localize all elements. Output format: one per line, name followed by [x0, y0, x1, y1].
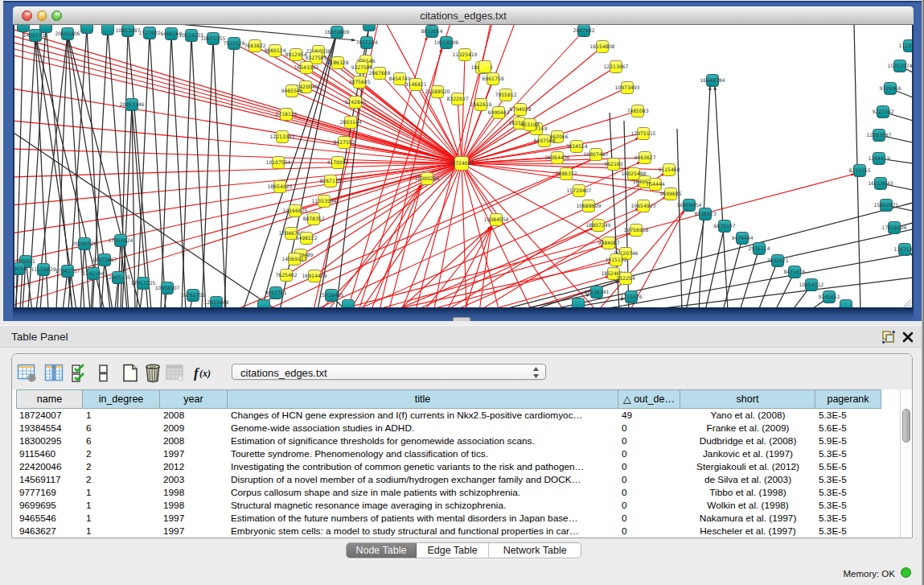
table-row[interactable]: 1872400712008Changes of HCN gene express… [16, 409, 901, 422]
table-row[interactable]: 2242004622012Investigating the contribut… [16, 460, 901, 473]
table-cell-in_degree: 1 [83, 500, 160, 511]
graph-node-label: 6497568 [533, 138, 555, 143]
graph-node[interactable] [573, 299, 585, 308]
graph-node-label: 453198 [520, 122, 539, 127]
table-cell-title: Disruption of a novel member of a sodium… [228, 474, 618, 485]
graph-edge [202, 39, 213, 307]
column-header-pagerank[interactable]: pagerank [815, 389, 881, 409]
table-panel-title: Table Panel [11, 331, 68, 343]
column-header-short[interactable]: short [680, 389, 815, 409]
match-rows-icon[interactable] [71, 363, 90, 383]
network-canvas[interactable]: 1405571220691406108532871527602646616010… [14, 25, 912, 307]
table-cell-in_degree: 2 [83, 474, 160, 485]
graph-node-label: 7886372 [555, 171, 577, 176]
graph-node-label: 8215955 [848, 167, 870, 173]
table-row[interactable]: 969969511998Structural magnetic resonanc… [16, 499, 901, 512]
graph-edge [462, 123, 519, 163]
column-select-icon[interactable] [44, 363, 64, 383]
table-row[interactable]: 977716911998Corpus callosum shape and si… [16, 486, 901, 499]
table-cell-pagerank: 5.3E-5 [815, 487, 881, 498]
graph-node-label: 2718126 [275, 111, 297, 117]
graph-edge [224, 43, 234, 307]
network-window-titlebar[interactable]: citations_edges.txt [13, 6, 914, 25]
tab-edge-table[interactable]: Edge Table [417, 543, 489, 558]
table-row[interactable]: 946362711997Embryonic stem cells: a mode… [16, 525, 901, 538]
graph-node-label: 15692971 [873, 202, 898, 208]
float-window-icon[interactable] [882, 331, 895, 344]
tab-node-table[interactable]: Node Table [347, 543, 417, 558]
row-height-icon[interactable] [98, 363, 109, 383]
graph-node[interactable] [81, 25, 93, 34]
tab-network-table[interactable]: Network Table [489, 543, 581, 558]
graph-node-label: 10688609 [576, 203, 601, 208]
graph-node-label: 14055712 [23, 32, 47, 38]
graph-edge [213, 39, 226, 307]
table-cell-name: 19384554 [16, 422, 83, 434]
table-selector[interactable]: citations_edges.txt [232, 364, 546, 380]
graph-node[interactable] [258, 300, 270, 308]
function-builder-icon[interactable]: f (x) [193, 364, 215, 381]
graph-node[interactable] [40, 25, 52, 33]
graph-node-label: 10671355 [200, 35, 225, 41]
graph-node[interactable] [343, 300, 355, 308]
table-cell-year: 2003 [160, 474, 228, 485]
graph-node[interactable] [363, 25, 376, 31]
table-cell-out_de: 0 [618, 525, 680, 537]
column-header-year[interactable]: year [160, 389, 228, 409]
table-cell-title: Embryonic stem cells: a model to study s… [228, 525, 618, 537]
table-cell-out_de: 0 [618, 461, 680, 472]
graph-node-label: 17942757 [55, 268, 80, 274]
table-cell-year: 2008 [160, 410, 228, 421]
table-cell-in_degree: 6 [83, 422, 160, 434]
new-column-icon[interactable] [121, 363, 140, 383]
graph-node-label: 9242845 [344, 99, 366, 105]
graph-node-label: 19654923 [630, 203, 655, 208]
table-row[interactable]: 946554611997Estimation of the future num… [16, 512, 901, 525]
column-header-name[interactable]: name [16, 389, 83, 409]
scrollbar-thumb[interactable] [902, 409, 910, 443]
column-header-in_degree[interactable]: in_degree [83, 389, 160, 409]
network-graph[interactable]: 1405571220691406108532871527602646616010… [14, 25, 912, 307]
column-header-out_de[interactable]: △ out_de… [618, 389, 680, 409]
table-cell-in_degree: 1 [83, 525, 160, 537]
graph-node-label: 9329966 [879, 85, 901, 91]
table-row[interactable]: 1456911722003Disruption of a novel membe… [16, 473, 901, 486]
table-cell-pagerank: 5.3E-5 [815, 448, 881, 459]
graph-node-label: 10654112 [799, 282, 823, 287]
table-vertical-scrollbar[interactable] [900, 389, 912, 538]
graph-node-label: 11353594 [311, 198, 336, 204]
column-header-title[interactable]: title [228, 389, 618, 409]
table-cell-year: 2008 [160, 435, 228, 447]
graph-node-label: 39154 [14, 266, 27, 271]
memory-status-label: Memory: OK [843, 569, 895, 579]
graph-node-label: 7625402 [275, 272, 297, 278]
delete-column-icon[interactable] [143, 363, 162, 383]
canvas-resize-grip-icon[interactable] [904, 299, 911, 307]
table-cell-pagerank: 5.3E-5 [815, 500, 881, 511]
graph-node-label: 18654923 [267, 183, 292, 189]
table-cell-pagerank: 5.9E-5 [815, 435, 881, 447]
graph-node-label: 6794028 [509, 106, 531, 112]
table-row[interactable]: 1938455462009Genome-wide association stu… [16, 422, 901, 435]
table-panel: Table Panel [0, 321, 922, 585]
graph-node-label: 5498222 [295, 235, 317, 241]
graph-edge [351, 122, 462, 163]
graph-node[interactable] [18, 25, 30, 32]
table-row[interactable]: 1830029562008Estimation of significance … [16, 435, 901, 447]
table-cell-out_de: 49 [618, 410, 680, 421]
graph-node-label: 8813054 [421, 28, 442, 34]
memory-status-indicator[interactable] [901, 567, 911, 578]
table-row[interactable]: 911546021997Tourette syndrome. Phenomeno… [16, 447, 901, 460]
graph-node[interactable] [479, 61, 491, 73]
table-selector-value: citations_edges.txt [240, 367, 327, 379]
graph-node[interactable] [102, 25, 114, 35]
graph-edge [462, 163, 563, 307]
table-settings-icon[interactable] [17, 363, 37, 383]
close-panel-icon[interactable] [902, 332, 914, 343]
graph-node-label: 7832621 [766, 257, 788, 263]
graph-node-label: 9463627 [634, 154, 655, 160]
table-cell-title: Estimation of significance thresholds fo… [228, 435, 618, 447]
table-cell-title: Changes of HCN gene expression and I(f) … [228, 410, 618, 421]
graph-node[interactable] [840, 300, 852, 308]
table-cell-short: Nakamura et al. (1997) [680, 513, 815, 524]
